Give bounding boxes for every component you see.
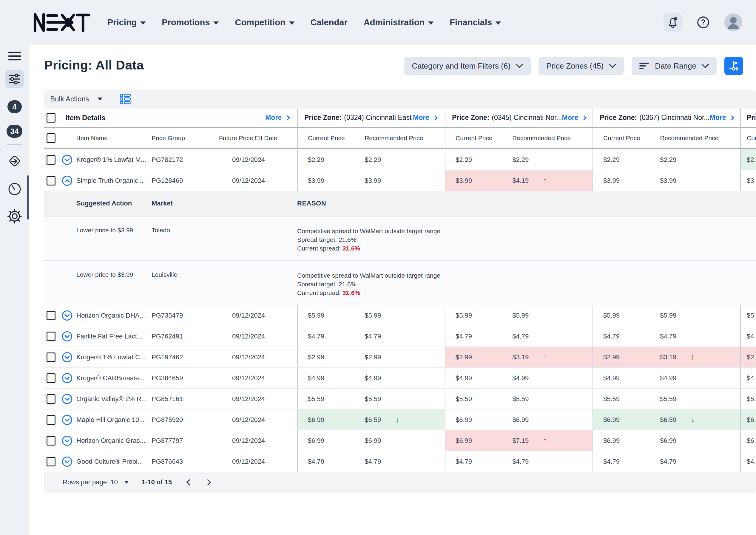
sidebar-item-route[interactable] xyxy=(0,153,29,169)
column-header-current-price: Current Price xyxy=(593,128,660,148)
recommended-price-cell: $5.59 xyxy=(660,389,740,409)
next-page-button[interactable] xyxy=(205,479,211,485)
sidebar-item-gauge[interactable] xyxy=(0,181,29,197)
future-price-date-cell: 09/12/2024 xyxy=(200,430,297,451)
more-link[interactable]: More xyxy=(265,114,289,122)
current-price-cell: $2.29 xyxy=(446,150,512,170)
expand-row-button[interactable] xyxy=(61,154,73,165)
recommended-price-cell: $4.79 xyxy=(512,326,593,347)
filter-lines-icon xyxy=(639,62,650,70)
price-zone-header-partial: Pric xyxy=(740,109,756,127)
bulk-actions-dropdown[interactable]: Bulk Actions xyxy=(50,95,102,103)
row-checkbox[interactable] xyxy=(46,352,55,362)
nav-item-promotions[interactable]: Promotions xyxy=(162,17,219,27)
zone-2-cell-group: $3.99$4.19↑ xyxy=(445,170,593,191)
category-item-filters-button[interactable]: Category and Item Filters (6) xyxy=(404,57,531,75)
help-button[interactable]: ? xyxy=(694,13,712,32)
recommended-price-value: $5.99 xyxy=(364,312,381,320)
expand-row-button[interactable] xyxy=(61,456,73,467)
expand-row-button[interactable] xyxy=(61,435,73,446)
row-checkbox[interactable] xyxy=(46,311,55,320)
nav-item-financials[interactable]: Financials xyxy=(450,17,501,27)
row-checkbox[interactable] xyxy=(46,373,55,383)
recommended-price-value: $4.79 xyxy=(512,332,529,340)
collapse-chevron-icon xyxy=(61,175,73,186)
flag-waypoint-button[interactable] xyxy=(724,57,743,75)
header-checkbox-cell xyxy=(44,113,61,123)
sidebar-badge-34[interactable]: 34 xyxy=(0,125,29,138)
current-spread-value: 31.6% xyxy=(342,245,361,252)
row-checkbox[interactable] xyxy=(46,394,55,404)
nav-item-administration[interactable]: Administration xyxy=(364,17,434,27)
reason-cell: Competitive spread to WalMart outside ta… xyxy=(297,271,756,297)
row-checkbox-cell xyxy=(44,368,61,388)
sidebar-item-settings[interactable] xyxy=(0,208,29,224)
rows-per-page-dropdown[interactable]: Rows per page: 10 xyxy=(63,478,129,486)
expand-row-button[interactable] xyxy=(61,414,73,426)
notifications-button[interactable] xyxy=(663,13,682,32)
recommended-price-cell: $3.19↑ xyxy=(660,347,740,367)
zone-2-cell-group: $5.59$5.59 xyxy=(445,389,593,409)
future-price-header-label: Future Price Eff Date xyxy=(219,134,277,142)
recommended-price-value: $6.99 xyxy=(364,437,381,445)
gauge-icon xyxy=(7,181,22,197)
collapse-row-button[interactable] xyxy=(61,175,73,186)
row-checkbox[interactable] xyxy=(46,155,55,165)
nav-item-label: Administration xyxy=(364,17,425,27)
bell-icon xyxy=(666,16,679,29)
price-group-cell: PG735479 xyxy=(152,305,200,326)
more-link[interactable]: More xyxy=(710,114,734,122)
nav-item-pricing[interactable]: Pricing xyxy=(107,17,146,27)
recommended-price-header-label: Recommended Price xyxy=(364,134,423,142)
row-checkbox[interactable] xyxy=(46,332,55,341)
more-link[interactable]: More xyxy=(413,114,437,122)
recommended-price-value: $2.29 xyxy=(364,156,381,164)
pagination-range: 1-10 of 15 xyxy=(142,478,172,486)
price-zone-prefix: Price Zone: xyxy=(452,114,489,122)
current-price-cell: $6.99 xyxy=(446,409,512,430)
current-price-cell: $5.59 xyxy=(593,389,660,409)
current-price-cell: $4.79 xyxy=(298,326,364,347)
current-price-cell: $6.99 xyxy=(298,430,364,451)
price-group-cell: PG762491 xyxy=(152,326,200,347)
row-checkbox[interactable] xyxy=(46,415,55,425)
future-price-date-cell: 09/12/2024 xyxy=(200,451,297,472)
expand-row-button[interactable] xyxy=(61,373,73,384)
previous-page-button[interactable] xyxy=(187,479,193,485)
recommended-price-value: $2.99 xyxy=(364,353,381,361)
row-checkbox[interactable] xyxy=(46,436,55,445)
sidebar-scrollbar-thumb[interactable] xyxy=(27,175,29,219)
row-checkbox[interactable] xyxy=(46,457,55,466)
expand-row-button[interactable] xyxy=(61,310,73,321)
expand-row-button[interactable] xyxy=(61,393,73,405)
checklist-view-button[interactable] xyxy=(120,94,131,104)
expand-row-button[interactable] xyxy=(61,352,73,363)
row-checkbox-cell xyxy=(44,326,61,347)
user-avatar[interactable] xyxy=(724,14,742,31)
column-header-recommended-price: Recommended Price xyxy=(512,128,593,148)
column-header-future-price-eff-date: Future Price Eff Date xyxy=(200,128,297,148)
nav-item-competition[interactable]: Competition xyxy=(235,17,294,27)
select-all-checkbox-2[interactable] xyxy=(46,133,55,143)
question-icon: ? xyxy=(696,15,710,30)
zone-3-cell-group: $2.99$3.19↑ xyxy=(593,347,740,367)
checklist-icon xyxy=(120,94,131,104)
row-checkbox-cell xyxy=(44,430,61,451)
zone-subheader-1: Current PriceRecommended Price xyxy=(297,128,445,148)
price-zones-button[interactable]: Price Zones (45) xyxy=(538,57,624,75)
expand-row-button[interactable] xyxy=(61,331,73,342)
more-link[interactable]: More xyxy=(562,114,586,122)
sidebar-badge-4[interactable]: 4 xyxy=(0,100,29,113)
recommended-price-value: $3.99 xyxy=(364,177,381,184)
zone-1-cell-group: $3.99$3.99 xyxy=(297,170,445,191)
sidebar-item-filters[interactable] xyxy=(0,70,29,88)
dropdown-arrow-icon xyxy=(125,481,129,484)
nav-item-calendar[interactable]: Calendar xyxy=(310,17,348,27)
select-all-checkbox[interactable] xyxy=(46,113,55,123)
current-price-cell: $2.99 xyxy=(593,347,660,367)
row-checkbox[interactable] xyxy=(46,176,55,185)
sidebar-menu-button[interactable] xyxy=(0,51,29,61)
recommended-price-value: $3.19 xyxy=(660,353,676,361)
date-range-button[interactable]: Date Range xyxy=(631,57,717,75)
zone-3-cell-group: $4.99$4.99 xyxy=(593,368,740,388)
